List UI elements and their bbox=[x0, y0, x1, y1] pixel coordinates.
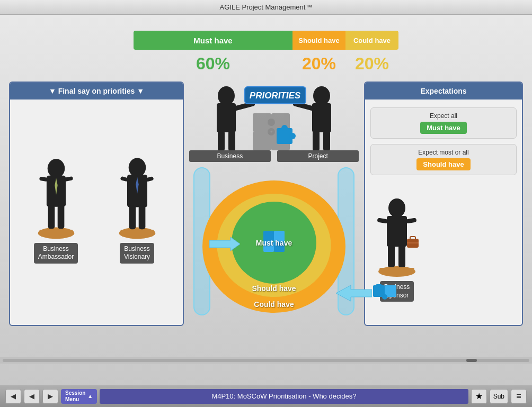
scrollbar-area[interactable] bbox=[0, 357, 532, 364]
could-percent: 20% bbox=[345, 54, 398, 74]
svg-rect-1 bbox=[39, 230, 73, 236]
slide-title: M4P10: MoSCoW Prioritisation - Who decid… bbox=[100, 389, 468, 404]
svg-marker-45 bbox=[209, 237, 240, 251]
svg-rect-24 bbox=[312, 103, 331, 132]
expect-should-card: Expect most or all Should have bbox=[370, 144, 517, 175]
svg-rect-61 bbox=[388, 245, 395, 267]
menu-arrow-icon: ▲ bbox=[87, 393, 93, 399]
svg-rect-34 bbox=[253, 132, 271, 150]
svg-rect-53 bbox=[379, 268, 414, 273]
bar-could-have: Could have bbox=[345, 31, 398, 50]
star-button[interactable]: ★ bbox=[471, 389, 487, 404]
project-col-label: Project bbox=[277, 150, 359, 162]
columns: ▼ Final say on priorities ▼ bbox=[9, 82, 523, 326]
svg-rect-7 bbox=[57, 205, 64, 229]
back-button[interactable]: ◀ bbox=[24, 389, 40, 404]
visionary-silhouette bbox=[113, 140, 161, 240]
right-arrow bbox=[335, 284, 372, 303]
menu-button[interactable]: ≡ bbox=[511, 389, 527, 404]
svg-rect-57 bbox=[405, 218, 416, 223]
person-visionary: BusinessVisionary bbox=[113, 140, 161, 264]
svg-rect-55 bbox=[387, 216, 407, 247]
expect-all-label: Expect all bbox=[430, 112, 457, 120]
must-percent: 60% bbox=[134, 54, 292, 74]
svg-text:PRIORITIES: PRIORITIES bbox=[250, 91, 301, 101]
svg-rect-22 bbox=[228, 131, 235, 150]
should-have-badge: Should have bbox=[416, 158, 470, 170]
svg-rect-16 bbox=[138, 205, 145, 229]
svg-rect-19 bbox=[217, 103, 236, 132]
svg-point-51 bbox=[382, 294, 387, 300]
main-area: Must have Should have Could have 60% 20%… bbox=[0, 15, 532, 385]
bottom-bar: ◀ ◀ ▶ SessionMenu ▲ M4P10: MoSCoW Priori… bbox=[0, 385, 532, 407]
svg-point-23 bbox=[313, 86, 330, 105]
left-panel-header: ▼ Final say on priorities ▼ bbox=[10, 83, 183, 100]
business-col-label: Business bbox=[189, 150, 271, 162]
svg-point-18 bbox=[218, 86, 235, 105]
svg-point-11 bbox=[128, 158, 146, 177]
could-circle-label: Could have bbox=[254, 300, 294, 309]
left-panel: ▼ Final say on priorities ▼ bbox=[9, 82, 184, 326]
title-bar: AGILE Project Management™ bbox=[0, 0, 532, 15]
ambassador-label: BusinessAmbassador bbox=[34, 243, 78, 264]
scrollbar-track[interactable] bbox=[3, 359, 529, 362]
svg-rect-56 bbox=[377, 218, 388, 223]
should-circle-label: Should have bbox=[252, 284, 296, 293]
bar-should-have: Should have bbox=[292, 31, 345, 50]
must-have-badge: Must have bbox=[420, 122, 467, 134]
expect-must-card: Expect all Must have bbox=[370, 107, 517, 139]
svg-rect-59 bbox=[410, 237, 415, 240]
sub-button[interactable]: Sub bbox=[490, 389, 508, 404]
concentric-area: Could have Should have Must have bbox=[184, 167, 364, 326]
bar-must-have: Must have bbox=[134, 31, 292, 50]
svg-marker-46 bbox=[336, 285, 372, 301]
scrollbar-thumb[interactable] bbox=[466, 359, 477, 362]
right-panel-header: Expectations bbox=[365, 83, 522, 100]
session-menu-label: SessionMenu bbox=[65, 390, 85, 403]
svg-rect-6 bbox=[48, 205, 55, 229]
app-title: AGILE Project Management™ bbox=[220, 3, 313, 11]
left-arrow bbox=[209, 236, 241, 252]
svg-rect-27 bbox=[313, 131, 320, 150]
col-label-row: Business Project bbox=[189, 150, 359, 162]
ambassador-silhouette bbox=[32, 140, 80, 240]
svg-point-38 bbox=[289, 133, 296, 139]
svg-point-37 bbox=[281, 125, 288, 131]
percent-row: 60% 20% 20% bbox=[134, 54, 398, 74]
should-percent: 20% bbox=[292, 54, 345, 74]
center-panel: PRIORITIES bbox=[189, 82, 359, 326]
sponsor-silhouette bbox=[373, 186, 421, 278]
session-menu-button[interactable]: SessionMenu ▲ bbox=[61, 389, 97, 404]
prev-button[interactable]: ◀ bbox=[5, 389, 21, 404]
must-circle-label: Must have bbox=[256, 239, 292, 247]
svg-rect-15 bbox=[129, 205, 136, 229]
expect-most-label: Expect most or all bbox=[418, 149, 468, 156]
expectations-cards: Expect all Must have Expect most or all … bbox=[370, 107, 517, 302]
person-ambassador: BusinessAmbassador bbox=[32, 140, 80, 264]
next-button[interactable]: ▶ bbox=[42, 389, 58, 404]
right-puzzle-pieces bbox=[372, 284, 404, 305]
progress-section: Must have Should have Could have 60% 20%… bbox=[134, 31, 398, 74]
svg-point-54 bbox=[388, 198, 405, 218]
left-panel-body: BusinessAmbassador bbox=[10, 100, 183, 269]
priorities-scene: PRIORITIES bbox=[194, 82, 353, 150]
svg-rect-21 bbox=[218, 131, 225, 150]
svg-rect-26 bbox=[323, 131, 330, 150]
svg-rect-10 bbox=[120, 230, 154, 236]
svg-point-2 bbox=[47, 159, 65, 178]
visionary-label: BusinessVisionary bbox=[120, 243, 154, 264]
right-panel-body: Expect all Must have Expect most or all … bbox=[365, 100, 522, 310]
priority-bar: Must have Should have Could have bbox=[134, 31, 398, 50]
svg-rect-62 bbox=[398, 245, 405, 267]
